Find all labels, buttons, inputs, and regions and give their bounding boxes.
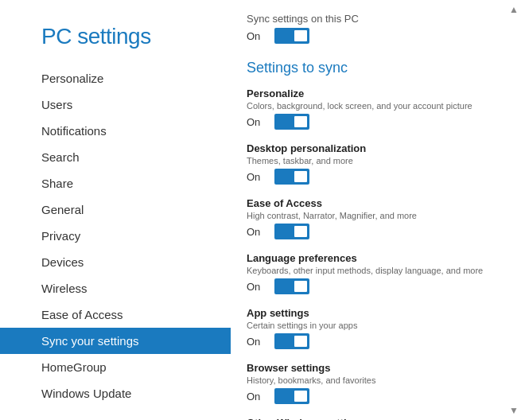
sync-settings-toggle-row: On — [247, 28, 501, 44]
sidebar: PC settings PersonalizeUsersNotification… — [0, 0, 231, 420]
setting-group-1: Desktop personalizationThemes, taskbar, … — [247, 142, 501, 185]
setting-desc-4: Certain settings in your apps — [247, 321, 501, 330]
toggle-3[interactable] — [274, 278, 309, 294]
sidebar-item-privacy[interactable]: Privacy — [0, 223, 231, 249]
settings-to-sync-heading: Settings to sync — [247, 60, 501, 76]
scroll-up-icon[interactable]: ▲ — [509, 4, 519, 15]
setting-name-1: Desktop personalization — [247, 142, 501, 154]
toggle-knob-1 — [294, 171, 307, 182]
toggle-label-5: On — [247, 391, 266, 402]
toggle-label-4: On — [247, 336, 266, 348]
sidebar-item-wireless[interactable]: Wireless — [0, 275, 231, 301]
toggle-row-0: On — [247, 114, 501, 130]
setting-desc-1: Themes, taskbar, and more — [247, 156, 501, 165]
toggle-row-4: On — [247, 333, 501, 349]
toggle-row-5: On — [247, 388, 501, 404]
app-title: PC settings — [0, 16, 231, 65]
setting-group-6: Other Windows settingsWindows Explorer a… — [247, 417, 501, 420]
setting-group-0: PersonalizeColors, background, lock scre… — [247, 88, 501, 130]
toggle-knob-5 — [294, 391, 307, 402]
setting-group-5: Browser settingsHistory, bookmarks, and … — [247, 362, 501, 404]
setting-name-5: Browser settings — [247, 362, 501, 374]
toggle-label-1: On — [247, 171, 266, 183]
toggle-label-0: On — [247, 116, 266, 128]
sidebar-item-users[interactable]: Users — [0, 91, 231, 118]
sidebar-item-personalize[interactable]: Personalize — [0, 65, 231, 91]
sidebar-item-sync-your-settings[interactable]: Sync your settings — [0, 328, 231, 354]
sidebar-item-share[interactable]: Share — [0, 170, 231, 196]
sidebar-item-search[interactable]: Search — [0, 144, 231, 170]
toggle-knob-3 — [294, 281, 307, 292]
setting-desc-5: History, bookmarks, and favorites — [247, 375, 501, 385]
toggle-knob-0 — [294, 116, 307, 127]
setting-group-3: Language preferencesKeyboards, other inp… — [247, 252, 501, 294]
toggle-4[interactable] — [274, 333, 309, 349]
sync-settings-on-pc-section: Sync settings on this PC On — [247, 13, 501, 44]
sidebar-item-windows-update[interactable]: Windows Update — [0, 380, 231, 406]
sync-settings-toggle[interactable] — [274, 28, 309, 44]
setting-group-2: Ease of AccessHigh contrast, Narrator, M… — [247, 197, 501, 239]
toggle-knob — [294, 30, 307, 41]
setting-name-2: Ease of Access — [247, 197, 501, 209]
main-content: ▲ Sync settings on this PC On Settings t… — [231, 0, 525, 420]
sidebar-item-general[interactable]: General — [0, 196, 231, 223]
sidebar-item-devices[interactable]: Devices — [0, 249, 231, 275]
toggle-0[interactable] — [274, 114, 309, 130]
toggle-knob-2 — [294, 226, 307, 237]
setting-group-4: App settingsCertain settings in your app… — [247, 307, 501, 349]
sync-settings-on-pc-label: Sync settings on this PC — [247, 13, 501, 25]
setting-desc-0: Colors, background, lock screen, and you… — [247, 101, 501, 111]
toggle-row-2: On — [247, 224, 501, 239]
setting-name-3: Language preferences — [247, 252, 501, 264]
sidebar-item-homegroup[interactable]: HomeGroup — [0, 354, 231, 380]
toggle-5[interactable] — [274, 388, 309, 404]
toggle-1[interactable] — [274, 169, 309, 185]
sidebar-item-notifications[interactable]: Notifications — [0, 118, 231, 144]
toggle-2[interactable] — [274, 224, 309, 239]
toggle-knob-4 — [294, 336, 307, 347]
toggle-row-1: On — [247, 169, 501, 185]
toggle-label-3: On — [247, 281, 266, 293]
toggle-label-2: On — [247, 226, 266, 238]
setting-desc-3: Keyboards, other input methods, display … — [247, 266, 501, 275]
settings-list: PersonalizeColors, background, lock scre… — [247, 88, 501, 420]
setting-desc-2: High contrast, Narrator, Magnifier, and … — [247, 211, 501, 220]
toggle-row-3: On — [247, 278, 501, 294]
scroll-down-icon[interactable]: ▼ — [509, 405, 519, 416]
sidebar-item-ease-of-access[interactable]: Ease of Access — [0, 301, 231, 328]
setting-name-6: Other Windows settings — [247, 417, 501, 420]
setting-name-4: App settings — [247, 307, 501, 319]
setting-name-0: Personalize — [247, 88, 501, 99]
sidebar-nav: PersonalizeUsersNotificationsSearchShare… — [0, 65, 231, 406]
sync-settings-toggle-label: On — [247, 30, 266, 42]
